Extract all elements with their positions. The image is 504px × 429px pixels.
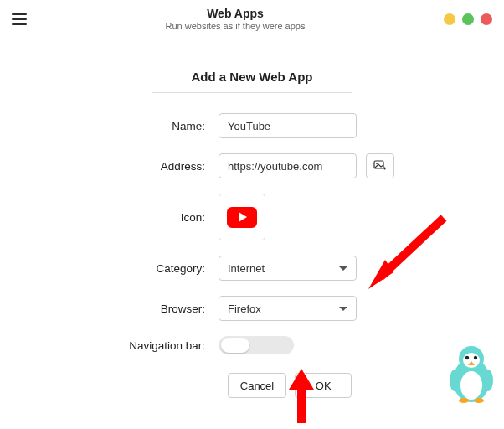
fetch-favicon-button[interactable] bbox=[366, 153, 394, 178]
dialog-content: Add a New Web App Name: Address: Icon: C… bbox=[0, 36, 504, 398]
category-select[interactable]: Internet bbox=[219, 256, 357, 281]
penguin-mascot bbox=[447, 344, 496, 404]
close-button[interactable] bbox=[481, 13, 492, 25]
title-block: Web Apps Run websites as if they were ap… bbox=[27, 7, 444, 31]
svg-point-16 bbox=[474, 398, 484, 403]
name-label: Name: bbox=[110, 120, 219, 132]
category-value: Internet bbox=[228, 262, 339, 275]
svg-point-11 bbox=[474, 356, 477, 359]
svg-point-14 bbox=[483, 370, 493, 391]
svg-point-7 bbox=[460, 371, 482, 400]
app-subtitle: Run websites as if they were apps bbox=[27, 21, 444, 31]
navbar-label: Navigation bar: bbox=[110, 339, 219, 352]
icon-label: Icon: bbox=[110, 211, 219, 224]
titlebar: Web Apps Run websites as if they were ap… bbox=[0, 0, 504, 36]
menu-button[interactable] bbox=[12, 13, 27, 25]
name-input[interactable] bbox=[219, 113, 357, 138]
app-title: Web Apps bbox=[27, 7, 444, 20]
svg-point-13 bbox=[450, 370, 460, 391]
window-controls bbox=[444, 13, 492, 25]
cancel-button[interactable]: Cancel bbox=[228, 373, 286, 398]
browser-label: Browser: bbox=[110, 302, 219, 315]
dialog-title: Add a New Web App bbox=[191, 70, 312, 84]
ok-button[interactable]: OK bbox=[295, 373, 352, 398]
form: Name: Address: Icon: Category: Internet bbox=[110, 113, 394, 398]
divider bbox=[152, 92, 352, 93]
toggle-knob bbox=[221, 338, 249, 353]
svg-point-15 bbox=[459, 398, 469, 403]
address-input[interactable] bbox=[219, 153, 357, 178]
svg-point-9 bbox=[463, 353, 480, 368]
chevron-down-icon bbox=[339, 307, 347, 311]
address-label: Address: bbox=[110, 160, 219, 173]
category-label: Category: bbox=[110, 262, 219, 275]
svg-point-1 bbox=[376, 163, 378, 164]
maximize-button[interactable] bbox=[462, 13, 474, 25]
chevron-down-icon bbox=[339, 266, 347, 271]
icon-picker-button[interactable] bbox=[219, 194, 265, 240]
dialog-buttons: Cancel OK bbox=[219, 373, 361, 398]
navbar-toggle[interactable] bbox=[219, 336, 294, 354]
browser-select[interactable]: Firefox bbox=[219, 296, 357, 321]
youtube-icon bbox=[227, 207, 257, 228]
browser-value: Firefox bbox=[228, 302, 339, 315]
svg-point-10 bbox=[465, 356, 469, 359]
favicon-fetch-icon bbox=[373, 158, 388, 173]
minimize-button[interactable] bbox=[444, 13, 455, 25]
